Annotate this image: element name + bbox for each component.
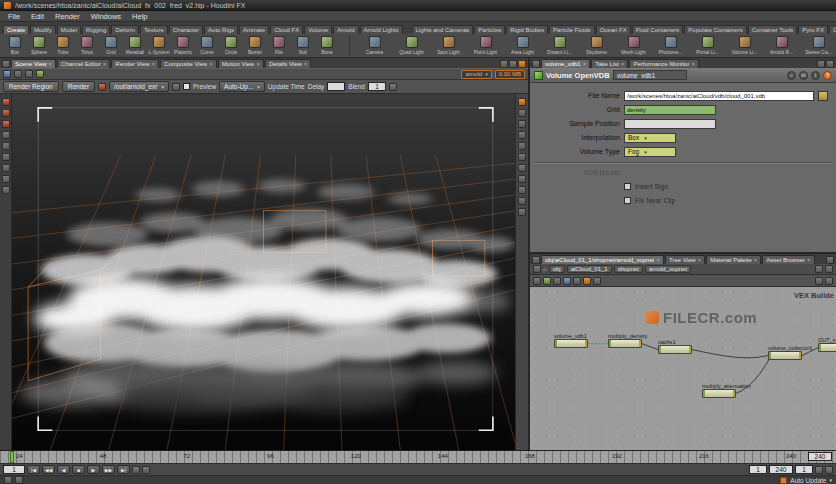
net-add-node-icon[interactable] — [543, 277, 551, 285]
net-zoom-icon[interactable] — [815, 277, 823, 285]
network-node[interactable]: cache1 — [658, 339, 704, 354]
net-layout-icon[interactable] — [553, 277, 561, 285]
rotate-tool-icon[interactable] — [2, 120, 10, 128]
pane-tab[interactable]: Performance Monitor × — [629, 59, 699, 68]
shelf-tab[interactable]: Arnold Lights — [360, 25, 403, 34]
pane-menu-icon[interactable] — [2, 60, 10, 68]
pane-split-icon[interactable] — [826, 60, 834, 68]
playback-options-icon[interactable] — [815, 466, 823, 474]
close-icon[interactable]: × — [304, 61, 308, 67]
shelf-tool[interactable]: Stereo Ca... — [800, 36, 836, 55]
shelf-tab[interactable]: Create — [3, 25, 29, 34]
transport-button[interactable]: |◀ — [27, 465, 40, 474]
pane-tab[interactable]: Take List × — [591, 59, 628, 68]
lighting-icon[interactable] — [518, 142, 526, 150]
breadcrumb-segment[interactable]: arnold_vopnet — [645, 265, 691, 273]
channel-display-icon[interactable] — [25, 70, 33, 78]
network-node-body[interactable] — [608, 339, 642, 348]
shelf-tool[interactable]: Box — [3, 36, 27, 55]
shelf-tool[interactable]: Metaball — [123, 36, 147, 55]
preview-checkbox[interactable] — [183, 83, 190, 90]
output-driver-dropdown[interactable]: /out/arnold_exr ▾ — [109, 81, 169, 92]
shelf-tab[interactable]: Modify — [30, 25, 56, 34]
question-icon[interactable]: ? — [823, 71, 832, 80]
help-icon[interactable]: H — [799, 71, 808, 80]
message-log-icon[interactable] — [4, 476, 12, 484]
network-node-body[interactable] — [818, 343, 836, 352]
loop-mode-icon[interactable] — [132, 466, 140, 474]
render-settings-icon[interactable] — [389, 83, 397, 91]
pane-tab[interactable]: Motion View × — [218, 59, 264, 68]
shelf-tool[interactable]: Photome... — [652, 36, 689, 55]
render-button[interactable]: Render — [62, 81, 95, 92]
node-name-field[interactable] — [613, 70, 687, 80]
breadcrumb-segment[interactable]: obj — [549, 265, 565, 273]
net-flag-icon[interactable] — [583, 277, 591, 285]
network-node[interactable]: OUT_material — [818, 337, 836, 352]
network-node[interactable]: multiply_density — [608, 333, 654, 348]
transport-button[interactable]: ■ — [72, 465, 85, 474]
pane-maximize-icon[interactable] — [509, 60, 517, 68]
shelf-tab[interactable]: Rigid Bodies — [506, 25, 548, 34]
volume-type-dropdown[interactable]: Fog ▾ — [624, 147, 676, 157]
auto-update-control[interactable]: Auto Update ▾ — [780, 477, 832, 484]
close-icon[interactable]: × — [256, 61, 260, 67]
camera-icon[interactable] — [172, 83, 180, 91]
shelf-tool[interactable]: Bone — [315, 36, 339, 55]
render-region-button[interactable]: Render Region — [3, 81, 59, 92]
shelf-tool[interactable]: Skydome — [578, 36, 615, 55]
pane-menu-icon[interactable] — [532, 256, 540, 264]
memory-status-icon[interactable] — [15, 476, 23, 484]
invert-sign-checkbox[interactable] — [624, 183, 631, 190]
range-end-field[interactable] — [769, 465, 793, 474]
pane-tab[interactable]: volume_vdb1 × — [541, 59, 590, 68]
key-add-icon[interactable] — [142, 466, 150, 474]
snap-tool-icon[interactable] — [2, 153, 10, 161]
pane-tab[interactable]: Details View × — [265, 59, 311, 68]
pane-menu-icon[interactable] — [532, 60, 540, 68]
pane-split-icon[interactable] — [826, 256, 834, 264]
transport-button[interactable]: ◀ — [57, 465, 70, 474]
net-group-icon[interactable] — [593, 277, 601, 285]
shelf-tab[interactable]: Deform — [111, 25, 139, 34]
shelf-tab[interactable]: Arnold — [333, 25, 358, 34]
shelf-tool[interactable]: Distant Li... — [541, 36, 578, 55]
handles-tool-icon[interactable] — [2, 142, 10, 150]
path-history-icon[interactable] — [815, 265, 823, 273]
close-icon[interactable]: × — [152, 61, 156, 67]
transport-button[interactable]: ▶ — [87, 465, 100, 474]
close-icon[interactable]: × — [807, 257, 811, 263]
move-tool-icon[interactable] — [2, 109, 10, 117]
shelf-tool[interactable]: Area Light — [504, 36, 541, 55]
shelf-tool[interactable]: Volume Li... — [726, 36, 763, 55]
shelf-tab[interactable]: Cloud FX — [270, 25, 303, 34]
display-points-icon[interactable] — [518, 186, 526, 194]
realtime-toggle-icon[interactable] — [825, 466, 833, 474]
breadcrumb-segment[interactable]: aiCloud_01_1 — [567, 265, 612, 273]
transport-button[interactable]: ▶▶ — [102, 465, 115, 474]
network-node-body[interactable] — [768, 351, 802, 360]
shelf-tool[interactable]: Portal Li... — [689, 36, 726, 55]
current-frame-field[interactable] — [3, 465, 25, 474]
close-icon[interactable]: × — [698, 257, 702, 263]
snapshot-icon[interactable] — [3, 70, 11, 78]
menu-item[interactable]: File — [3, 12, 25, 21]
auto-update-dropdown[interactable]: Auto-Up... ▾ — [219, 81, 265, 92]
shelf-tool[interactable]: Circle — [219, 36, 243, 55]
gamma-icon[interactable] — [36, 70, 44, 78]
pin-icon[interactable] — [533, 265, 541, 273]
shelf-tool[interactable]: Spot Light — [430, 36, 467, 55]
pane-pin-icon[interactable] — [817, 60, 825, 68]
compare-icon[interactable] — [14, 70, 22, 78]
view-options-icon[interactable] — [518, 175, 526, 183]
pane-tab[interactable]: Channel Editor × — [57, 59, 110, 68]
timeline-ruler[interactable]: 24 48 72 96 120 144 168 192 216 240 — [0, 451, 836, 464]
background-icon[interactable] — [518, 153, 526, 161]
close-icon[interactable]: × — [691, 61, 695, 67]
shelf-tab[interactable]: Container Tools — [748, 25, 798, 34]
pane-tab[interactable]: Asset Browser × — [762, 255, 814, 264]
pane-tab[interactable]: Material Palette × — [706, 255, 761, 264]
shading-mode-icon[interactable] — [518, 120, 526, 128]
shelf-tab[interactable]: Texture — [140, 25, 168, 34]
range-start-field[interactable] — [749, 465, 767, 474]
